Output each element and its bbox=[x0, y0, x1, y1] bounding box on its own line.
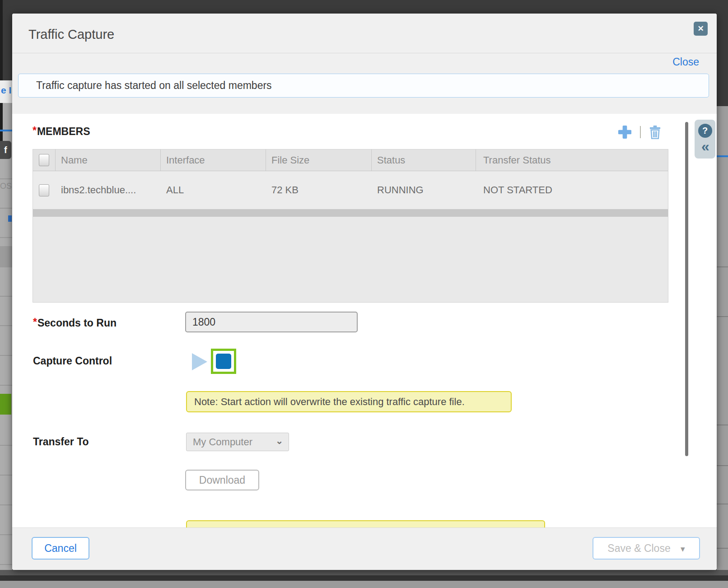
background-row-separator bbox=[717, 425, 728, 425]
background-row-separator bbox=[0, 296, 12, 297]
collapse-panel-icon[interactable]: « bbox=[695, 139, 715, 154]
status-message: Traffic capture has started on all selec… bbox=[18, 74, 709, 98]
download-button[interactable]: Download bbox=[185, 470, 259, 490]
dialog-footer: Cancel Save & Close ▾ bbox=[12, 527, 717, 570]
background-tab-fragment: f bbox=[0, 141, 11, 159]
background-row-separator bbox=[0, 237, 12, 238]
members-table: Name Interface File Size Status Transfer… bbox=[33, 149, 668, 303]
table-horizontal-scrollbar[interactable] bbox=[33, 209, 668, 217]
seconds-to-run-label: *Seconds to Run bbox=[33, 312, 117, 334]
background-row-separator bbox=[0, 564, 12, 565]
cell-name: ibns2.techblue.... bbox=[56, 184, 161, 196]
background-text-fragment: OS bbox=[0, 182, 12, 191]
stop-button-highlight[interactable] bbox=[211, 349, 236, 374]
background-left-edge bbox=[0, 0, 3, 159]
column-header-name[interactable]: Name bbox=[56, 149, 161, 171]
capture-control-label: Capture Control bbox=[33, 350, 112, 372]
background-row-separator bbox=[717, 316, 728, 317]
background-row-separator bbox=[717, 504, 728, 504]
column-header-status[interactable]: Status bbox=[372, 149, 476, 171]
action-separator bbox=[640, 126, 641, 138]
play-icon[interactable] bbox=[192, 353, 207, 370]
seconds-to-run-input[interactable] bbox=[185, 312, 358, 332]
background-right-strip bbox=[717, 106, 728, 570]
background-row-separator bbox=[0, 534, 12, 535]
background-blue-line-right bbox=[717, 155, 728, 157]
close-icon[interactable]: ✕ bbox=[694, 22, 708, 36]
background-row-separator bbox=[717, 548, 728, 549]
cell-file-size: 72 KB bbox=[266, 184, 372, 196]
close-link[interactable]: Close bbox=[672, 56, 699, 68]
background-row-separator bbox=[0, 178, 12, 179]
row-checkbox-cell bbox=[33, 184, 56, 196]
background-row-separator bbox=[0, 208, 12, 209]
background-row-separator bbox=[0, 355, 12, 356]
header-divider bbox=[12, 53, 717, 53]
background-row-separator bbox=[0, 325, 12, 326]
members-table-header: Name Interface File Size Status Transfer… bbox=[33, 149, 668, 171]
cell-transfer-status: NOT STARTED bbox=[476, 184, 668, 196]
add-member-icon[interactable] bbox=[618, 125, 632, 139]
column-header-interface[interactable]: Interface bbox=[161, 149, 266, 171]
screen: e I f OS Traffic Capture ✕ Close Traffic… bbox=[0, 0, 728, 588]
members-label-text: MEMBERS bbox=[37, 126, 90, 137]
delete-member-icon[interactable] bbox=[648, 125, 662, 139]
background-row-separator bbox=[0, 385, 12, 386]
background-bottom-scrollbar bbox=[0, 581, 728, 588]
select-all-checkbox[interactable] bbox=[39, 154, 49, 166]
background-row-separator bbox=[0, 445, 12, 446]
transfer-to-value: My Computer bbox=[193, 436, 252, 448]
save-close-label: Save & Close bbox=[607, 542, 670, 554]
chevron-down-icon: ⌄ bbox=[275, 432, 283, 450]
background-row-separator bbox=[717, 465, 728, 466]
cell-interface: ALL bbox=[161, 184, 266, 196]
cell-status: RUNNING bbox=[372, 184, 476, 196]
overwrite-note: Note: Start action will overwrite the ex… bbox=[186, 391, 512, 412]
background-link-fragment: e I bbox=[1, 85, 11, 96]
table-actions bbox=[618, 125, 668, 140]
traffic-capture-dialog: Traffic Capture ✕ Close Traffic capture … bbox=[12, 14, 717, 570]
save-close-button[interactable]: Save & Close ▾ bbox=[593, 537, 700, 560]
caret-down-icon: ▾ bbox=[681, 544, 685, 554]
transfer-to-dropdown[interactable]: My Computer ⌄ bbox=[186, 433, 289, 451]
help-panel: ? « bbox=[695, 120, 715, 159]
column-header-file-size[interactable]: File Size bbox=[266, 149, 372, 171]
help-icon[interactable]: ? bbox=[698, 124, 712, 138]
seconds-to-run-label-text: Seconds to Run bbox=[37, 317, 117, 329]
background-green-block bbox=[0, 394, 11, 415]
required-marker: * bbox=[33, 125, 37, 136]
background-bottom-strip bbox=[0, 570, 728, 575]
dialog-header-section bbox=[12, 14, 717, 114]
dialog-vertical-scrollbar[interactable] bbox=[685, 122, 688, 456]
cancel-button[interactable]: Cancel bbox=[32, 537, 89, 560]
select-all-cell bbox=[33, 149, 56, 171]
row-checkbox[interactable] bbox=[39, 184, 49, 196]
members-section-label: *MEMBERS bbox=[33, 125, 90, 138]
column-header-transfer-status[interactable]: Transfer Status bbox=[476, 149, 668, 171]
background-row-separator bbox=[717, 266, 728, 267]
transfer-to-label: Transfer To bbox=[33, 431, 89, 453]
stop-icon[interactable] bbox=[216, 354, 231, 369]
background-blue-line-left bbox=[0, 130, 12, 131]
background-row-separator bbox=[0, 475, 12, 476]
table-row[interactable]: ibns2.techblue.... ALL 72 KB RUNNING NOT… bbox=[33, 171, 668, 209]
clipped-note-box bbox=[186, 520, 545, 527]
dialog-title: Traffic Capture bbox=[28, 27, 114, 42]
background-blue-dash bbox=[8, 215, 12, 222]
background-bottom-strip bbox=[0, 575, 728, 581]
background-row-separator bbox=[0, 504, 12, 505]
background-dark-band bbox=[0, 246, 12, 267]
required-marker: * bbox=[33, 316, 37, 328]
